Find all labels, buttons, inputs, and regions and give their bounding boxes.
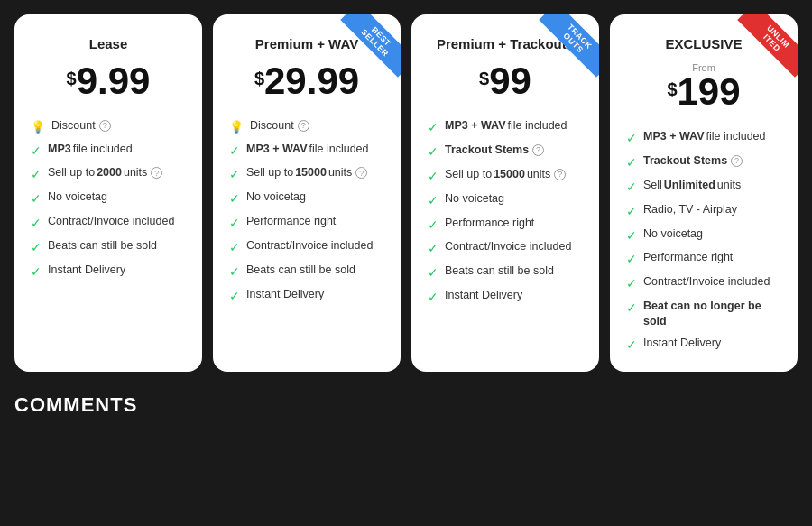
check-icon: ✓ xyxy=(626,179,637,196)
check-icon: ✓ xyxy=(428,168,438,185)
feature-text: Sell Unlimited units xyxy=(643,178,741,193)
feature-text: Beats can still be sold xyxy=(246,263,355,278)
features-list-premium-trackouts: ✓MP3 + WAV file included✓Trackout Stems?… xyxy=(428,118,583,306)
check-icon: ✓ xyxy=(626,275,637,292)
feature-text: Sell up to 15000 units? xyxy=(246,165,367,180)
feature-text: Discount? xyxy=(51,118,111,134)
check-icon: ✓ xyxy=(626,227,637,245)
pricing-grid: Lease$9.99💡Discount?✓MP3 file included✓S… xyxy=(14,14,798,386)
check-icon: ✓ xyxy=(626,203,637,220)
feature-text: Contract/Invoice included xyxy=(445,239,571,254)
list-item: ✓Instant Delivery xyxy=(626,336,781,354)
feature-text: Performance right xyxy=(445,216,534,231)
list-item: 💡Discount? xyxy=(229,118,384,135)
features-list-lease: 💡Discount?✓MP3 file included✓Sell up to … xyxy=(31,118,186,281)
check-icon: ✓ xyxy=(229,166,240,183)
list-item: ✓No voicetag xyxy=(31,189,186,208)
check-icon: ✓ xyxy=(428,192,438,209)
feature-text: Sell up to 2000 units? xyxy=(48,165,162,180)
feature-text: MP3 + WAV file included xyxy=(445,118,567,134)
badge-premium-wav: BEST SELLER xyxy=(328,14,401,87)
list-item: ✓Beats can still be sold xyxy=(31,238,186,256)
feature-text: Performance right xyxy=(246,214,336,229)
check-icon: ✓ xyxy=(229,288,240,305)
feature-text: Trackout Stems? xyxy=(445,143,544,158)
check-icon: ✓ xyxy=(428,143,438,161)
list-item: ✓Contract/Invoice included xyxy=(428,239,583,257)
features-list-premium-wav: 💡Discount?✓MP3 + WAV file included✓Sell … xyxy=(229,118,384,305)
check-icon: ✓ xyxy=(229,239,240,256)
list-item: ✓Instant Delivery xyxy=(229,287,384,305)
list-item: ✓No voicetag xyxy=(626,226,781,245)
info-icon[interactable]: ? xyxy=(99,120,111,132)
badge-label-exclusive: UNLIM ITED xyxy=(737,14,798,78)
features-list-exclusive: ✓MP3 + WAV file included✓Trackout Stems?… xyxy=(626,129,781,354)
card-premium-trackouts: TRACK OUTSPremium + Trackouts$99✓MP3 + W… xyxy=(411,14,599,372)
badge-label-premium-wav: BEST SELLER xyxy=(340,14,401,78)
feature-text: Instant Delivery xyxy=(48,263,125,278)
feature-text: Trackout Stems? xyxy=(643,153,743,169)
list-item: ✓Performance right xyxy=(229,214,384,232)
info-icon[interactable]: ? xyxy=(532,144,544,156)
check-icon: ✓ xyxy=(229,190,240,208)
check-icon: ✓ xyxy=(626,337,637,354)
list-item: ✓No voicetag xyxy=(428,191,583,209)
list-item: ✓Sell Unlimited units xyxy=(626,178,781,196)
check-icon: ✓ xyxy=(31,263,42,281)
comments-heading: COMMENTS xyxy=(14,386,798,417)
price-lease: $9.99 xyxy=(31,62,186,100)
feature-text: Beats can still be sold xyxy=(445,263,554,279)
feature-text: Instant Delivery xyxy=(445,288,522,303)
list-item: ✓Performance right xyxy=(428,216,583,234)
check-icon: ✓ xyxy=(31,190,42,208)
check-icon: ✓ xyxy=(31,215,42,232)
list-item: ✓Instant Delivery xyxy=(428,288,583,306)
badge-label-premium-trackouts: TRACK OUTS xyxy=(539,14,599,78)
list-item: ✓Sell up to 15000 units? xyxy=(229,165,384,183)
info-icon[interactable]: ? xyxy=(298,120,309,132)
check-icon: ✓ xyxy=(31,166,42,183)
feature-text: MP3 file included xyxy=(48,142,133,157)
info-icon[interactable]: ? xyxy=(731,155,743,167)
feature-text: Beats can still be sold xyxy=(48,238,157,254)
list-item: ✓Beats can still be sold xyxy=(428,263,583,281)
discount-icon: 💡 xyxy=(31,119,45,135)
list-item: ✓MP3 + WAV file included xyxy=(229,142,384,160)
check-icon: ✓ xyxy=(626,300,637,317)
list-item: ✓Trackout Stems? xyxy=(428,143,583,161)
check-icon: ✓ xyxy=(626,251,637,268)
feature-text: Radio, TV - Airplay xyxy=(643,202,737,217)
info-icon[interactable]: ? xyxy=(355,167,367,179)
card-exclusive: UNLIM ITEDEXCLUSIVEFrom$199✓MP3 + WAV fi… xyxy=(610,14,798,372)
list-item: ✓MP3 file included xyxy=(31,142,186,160)
list-item: ✓Sell up to 15000 units? xyxy=(428,167,583,185)
card-title-lease: Lease xyxy=(31,36,186,51)
badge-exclusive: UNLIM ITED xyxy=(725,14,798,87)
feature-text: Contract/Invoice included xyxy=(643,274,770,290)
check-icon: ✓ xyxy=(626,154,637,171)
card-premium-wav: BEST SELLERPremium + WAV$29.99💡Discount?… xyxy=(213,14,401,372)
feature-text: MP3 + WAV file included xyxy=(643,129,766,144)
feature-text: Contract/Invoice included xyxy=(48,214,174,229)
check-icon: ✓ xyxy=(428,240,438,257)
card-lease: Lease$9.99💡Discount?✓MP3 file included✓S… xyxy=(14,14,202,372)
feature-text: Instant Delivery xyxy=(246,287,324,302)
check-icon: ✓ xyxy=(31,239,42,256)
list-item: ✓Performance right xyxy=(626,250,781,268)
check-icon: ✓ xyxy=(229,143,240,160)
list-item: ✓Radio, TV - Airplay xyxy=(626,202,781,220)
list-item: ✓MP3 + WAV file included xyxy=(626,129,781,147)
feature-text: Contract/Invoice included xyxy=(246,238,373,254)
list-item: ✓Contract/Invoice included xyxy=(31,214,186,232)
check-icon: ✓ xyxy=(31,143,42,160)
check-icon: ✓ xyxy=(428,217,438,234)
feature-text: MP3 + WAV file included xyxy=(246,142,369,157)
info-icon[interactable]: ? xyxy=(151,167,162,179)
feature-text: Sell up to 15000 units? xyxy=(445,167,566,182)
feature-text: No voicetag xyxy=(48,189,107,205)
check-icon: ✓ xyxy=(229,215,240,232)
check-icon: ✓ xyxy=(428,289,438,306)
price-section-lease: $9.99 xyxy=(31,62,186,100)
info-icon[interactable]: ? xyxy=(554,169,566,180)
check-icon: ✓ xyxy=(428,264,438,281)
